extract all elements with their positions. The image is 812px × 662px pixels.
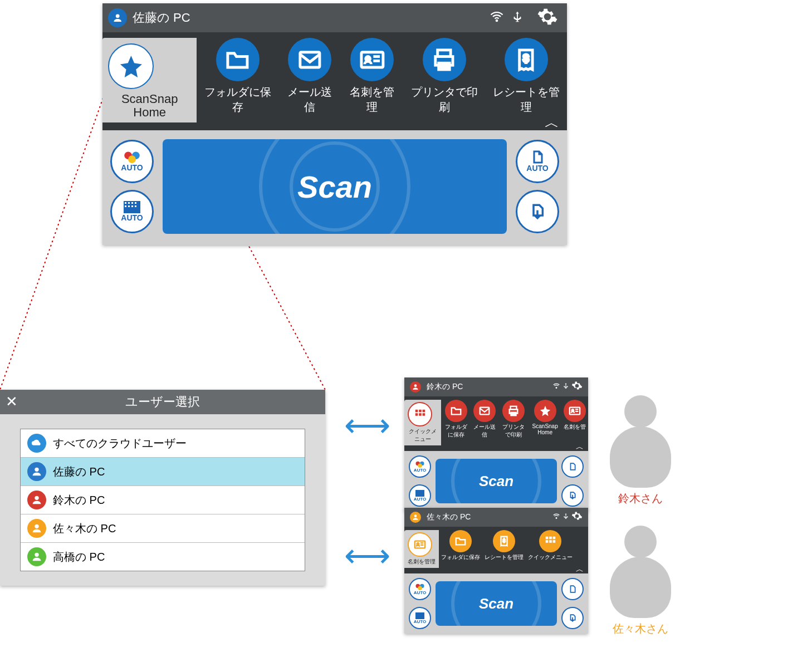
rail-label: メール送信 [473, 423, 496, 439]
home-label: クイックメニュー [408, 428, 438, 443]
usb-icon [562, 512, 569, 522]
svg-rect-32 [419, 410, 422, 413]
close-icon[interactable]: ✕ [6, 393, 18, 410]
svg-rect-35 [419, 413, 422, 416]
dialog-title: ユーザー選択 [125, 394, 200, 410]
user-row[interactable]: 佐藤の PC [21, 458, 305, 486]
wifi-icon [489, 9, 505, 27]
rail-item-folder[interactable]: フォルダに保存 [441, 400, 472, 439]
user-row[interactable]: すべてのクラウドユーザー [21, 429, 305, 458]
feed-button[interactable] [561, 484, 584, 507]
mail-icon [288, 38, 331, 81]
chevron-up-icon[interactable]: ︿ [576, 565, 584, 575]
svg-rect-65 [415, 612, 424, 619]
dialog-titlebar: ✕ ユーザー選択 [0, 390, 325, 414]
folder-icon [445, 400, 467, 422]
feed-button[interactable] [516, 190, 559, 233]
paper-auto-button[interactable]: AUTO [516, 140, 559, 183]
scan-button[interactable]: Scan [436, 581, 557, 626]
chevron-up-icon[interactable]: ︿ [545, 113, 559, 133]
rail-label: フォルダに保存 [441, 553, 480, 561]
resolution-auto-button[interactable]: AUTO [409, 484, 431, 507]
person-silhouette-icon [610, 557, 671, 618]
arrow-icon: ⟷ [344, 537, 390, 575]
svg-point-30 [556, 388, 557, 389]
person-a: 鈴木さん [610, 395, 671, 506]
main-topbar: 佐藤の PC [102, 3, 567, 32]
scan-button[interactable]: Scan [163, 139, 507, 234]
svg-rect-57 [549, 537, 552, 540]
svg-point-15 [128, 156, 136, 164]
rail-item-card[interactable]: 名刺を管 [561, 400, 588, 431]
user-icon [27, 462, 46, 481]
rail-item-grid[interactable]: クイックメニュー [526, 530, 575, 561]
feed-button[interactable] [561, 607, 584, 629]
user-panel-b: 佐々木の PC 名刺を管理 フォルダに保存$レシートを管理クイックメニュー ︿ … [404, 508, 588, 634]
user-row[interactable]: 高橋の PC [21, 543, 305, 571]
receipt-icon: $ [493, 530, 515, 552]
resolution-auto-button[interactable]: AUTO [110, 190, 154, 233]
folder-icon [449, 530, 472, 552]
settings-icon[interactable] [571, 511, 583, 524]
paper-auto-button[interactable] [561, 455, 584, 478]
main-scanner-panel: 佐藤の PC ScanSnap Home フォルダに保存メール送信名刺を管理プリ… [102, 3, 567, 245]
svg-point-29 [414, 384, 417, 387]
grid-icon [408, 402, 432, 426]
svg-rect-31 [415, 410, 418, 413]
user-avatar[interactable] [410, 381, 421, 393]
svg-rect-34 [415, 413, 418, 416]
rail-label: フォルダに保存 [203, 85, 272, 115]
rail-item-card[interactable]: 名刺を管理 [341, 38, 403, 115]
wifi-icon [552, 382, 560, 392]
rail-item-folder[interactable]: フォルダに保存 [197, 38, 278, 115]
paper-auto-button[interactable] [561, 578, 584, 600]
person-b: 佐々木さん [610, 526, 671, 636]
user-avatar[interactable] [410, 512, 421, 523]
user-row[interactable]: 鈴木の PC [21, 486, 305, 514]
rail-label: フォルダに保存 [443, 423, 469, 439]
print-icon [502, 400, 525, 422]
scan-button[interactable]: Scan [436, 459, 557, 503]
arrow-icon: ⟷ [344, 406, 390, 444]
rail-item-receipt[interactable]: $レシートを管理 [485, 38, 567, 115]
rail-item-print[interactable]: プリンタで印刷 [403, 38, 485, 115]
svg-rect-24 [135, 205, 136, 207]
chevron-up-icon[interactable]: ︿ [576, 442, 584, 452]
rail-label: 名刺を管理 [348, 85, 397, 115]
rail-item-print[interactable]: プリンタで印刷 [498, 400, 529, 439]
card-icon [564, 400, 586, 422]
user-row[interactable]: 佐々木の PC [21, 514, 305, 543]
rail-item-star[interactable]: ScanSnap Home [529, 400, 561, 435]
user-avatar[interactable] [108, 8, 127, 27]
rail-label: メール送信 [285, 85, 334, 115]
rail-item-folder[interactable]: フォルダに保存 [439, 530, 482, 561]
color-auto-button[interactable]: AUTO [409, 578, 431, 600]
home-label: 名刺を管理 [408, 558, 436, 566]
color-auto-button[interactable]: AUTO [110, 140, 154, 183]
rail-item-mail[interactable]: メール送信 [278, 38, 341, 115]
svg-rect-56 [546, 537, 549, 540]
app-rail: 名刺を管理 フォルダに保存$レシートを管理クイックメニュー ︿ [404, 527, 588, 573]
color-auto-button[interactable]: AUTO [409, 455, 431, 478]
card-icon [350, 38, 394, 81]
svg-point-3 [496, 20, 497, 21]
home-tile[interactable]: 名刺を管理 [404, 530, 439, 568]
home-tile[interactable]: クイックメニュー [404, 400, 441, 445]
rail-label: 名刺を管 [564, 423, 586, 431]
settings-icon[interactable] [571, 380, 583, 394]
settings-icon[interactable] [537, 6, 558, 30]
app-rail: クイックメニュー フォルダに保存メール送信プリンタで印刷ScanSnap Hom… [404, 396, 588, 451]
rail-item-receipt[interactable]: $レシートを管理 [482, 530, 526, 561]
wifi-icon [552, 512, 560, 522]
user-panel-a: 鈴木の PC クイックメニュー フォルダに保存メール送信プリンタで印刷ScanS… [404, 377, 588, 511]
rail-label: プリンタで印刷 [410, 85, 478, 115]
svg-rect-4 [300, 52, 320, 67]
rail-item-mail[interactable]: メール送信 [471, 400, 498, 439]
user-icon [27, 491, 46, 509]
svg-rect-58 [553, 537, 556, 540]
resolution-auto-button[interactable]: AUTO [409, 607, 431, 629]
user-title: 鈴木の PC [427, 382, 552, 392]
home-tile[interactable]: ScanSnap Home [102, 38, 197, 122]
scan-area: AUTO AUTO Scan [404, 451, 588, 511]
svg-point-50 [556, 518, 557, 519]
